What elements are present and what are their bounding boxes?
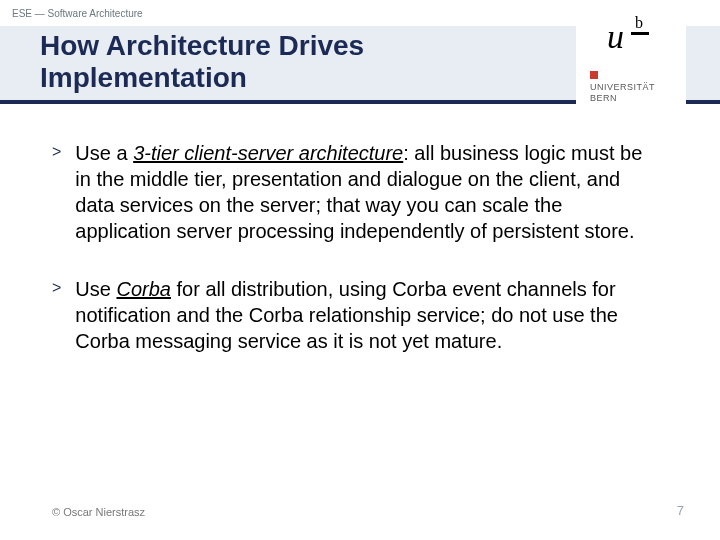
bullet-lead: Use (75, 278, 116, 300)
content-area: > Use a 3-tier client-server architectur… (52, 140, 660, 386)
logo-letter-b: b (635, 14, 643, 32)
course-label: ESE — Software Architecture (12, 8, 143, 19)
bullet-marker: > (52, 143, 61, 244)
university-name-block: UNIVERSITÄT BERN (576, 71, 686, 105)
bullet-lead: Use a (75, 142, 133, 164)
page-number: 7 (677, 503, 684, 518)
red-square-icon (590, 71, 598, 79)
logo-letter-u: u (607, 18, 624, 56)
title-line-2: Implementation (40, 62, 247, 93)
title-line-1: How Architecture Drives (40, 30, 364, 61)
bullet-item: > Use Corba for all distribution, using … (52, 276, 660, 354)
university-name: UNIVERSITÄT BERN (590, 82, 686, 105)
bullet-item: > Use a 3-tier client-server architectur… (52, 140, 660, 244)
bullet-text: Use Corba for all distribution, using Co… (75, 276, 660, 354)
slide: ESE — Software Architecture How Architec… (0, 0, 720, 540)
logo-b-underline (631, 32, 649, 35)
ub-mark: u b (601, 14, 661, 63)
bullet-key-term: 3-tier client-server architecture (133, 142, 403, 164)
footer-copyright: © Oscar Nierstrasz (52, 506, 145, 518)
bullet-key-term: Corba (116, 278, 170, 300)
university-logo: u b UNIVERSITÄT BERN (576, 10, 686, 104)
slide-title: How Architecture Drives Implementation (40, 30, 364, 94)
bullet-text: Use a 3-tier client-server architecture:… (75, 140, 660, 244)
uni-line-2: BERN (590, 93, 617, 103)
bullet-marker: > (52, 279, 61, 354)
uni-line-1: UNIVERSITÄT (590, 82, 655, 92)
